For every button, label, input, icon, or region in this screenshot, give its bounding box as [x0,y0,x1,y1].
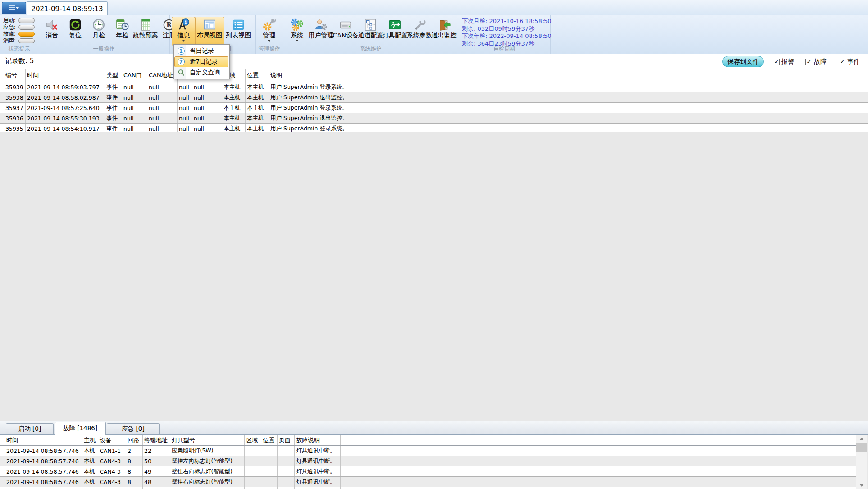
menu-item-today-records[interactable]: 1 当日记录 [174,46,228,56]
column-header[interactable]: 回路 [126,435,143,445]
column-header[interactable]: 灯具型号 [170,435,245,445]
save-to-file-button[interactable]: 保存到文件 [722,56,764,67]
system-gears-icon [290,18,304,32]
lamp-config-button[interactable]: 灯具配置 [383,17,407,46]
column-header[interactable]: 区域 [245,435,261,445]
next-monthly-check: 下次月检: 2021-10-16 18:58:50 [462,18,552,25]
info-dropdown-menu: 1 当日记录 7 近7日记录 自定义查询 [173,44,230,79]
records-bar: 记录数: 5 保存到文件 ✔ 报警 ✔ 故障 ✔ 事件 [0,54,868,69]
event-filter-checkbox[interactable]: ✔ 事件 [839,58,860,66]
scrollbar-thumb[interactable] [856,443,867,452]
record-count-label: 记录数: 5 [5,57,34,65]
event-table: 编号 时间 类型 CAN口 CAN地址 区域 位置 说明 35939 2021-… [0,69,868,132]
table-row[interactable]: 2021-09-14 08:58:57.746 本机 CAN4-3 8 50 壁… [0,456,856,466]
app-window: 2021-09-14 08:59:13 启动: 应急: 故障: 消声: 状态提示 [0,0,868,489]
next-annual-check: 下次年检: 2022-09-14 08:58:50 [462,32,552,40]
table-row[interactable]: 35939 2021-09-14 08:59:03.797 事件 null nu… [0,82,868,92]
app-menu-button[interactable] [2,2,26,14]
menu-item-last7days-records[interactable]: 7 近7日记录 [174,56,228,67]
ribbon-group-general: 消音 复位 [38,15,170,54]
user-management-icon [314,18,328,32]
evacuation-plan-button[interactable]: 疏散预案 [134,17,157,46]
column-header[interactable]: 主机 [82,435,98,445]
annual-check-button[interactable]: 年检 [110,17,134,46]
circle-1-icon: 1 [175,47,187,55]
table-row[interactable]: 35936 2021-09-14 08:55:30.193 事件 null nu… [0,113,868,124]
fault-indicator-pill [18,32,35,37]
layout-view-icon [202,18,217,32]
system-button[interactable]: 系统 [285,17,309,46]
vertical-scrollbar[interactable] [856,435,867,489]
tab-fault[interactable]: 故障 [1486] [55,422,106,435]
group-label-general: 一般操作 [38,45,169,53]
title-tab[interactable]: 2021-09-14 08:59:13 [27,1,108,16]
group-label-manage: 管理操作 [256,45,283,53]
user-management-button[interactable]: 用户管理 [309,17,333,46]
caret-down-icon [295,40,299,42]
tab-start[interactable]: 启动 [0] [6,423,54,434]
group-label-maintain: 系统维护 [283,45,458,53]
ribbon-group-selfcheck: 下次月检: 2021-10-16 18:58:50 剩余: 032日09时59分… [458,15,551,54]
search-icon [175,69,187,76]
column-header[interactable]: 类型 [105,69,122,82]
hamburger-caret-icon [9,5,19,12]
svg-text:i: i [185,19,187,25]
column-header[interactable]: 时间 [26,69,105,82]
checkbox-checked-icon: ✔ [839,59,845,65]
can-device-button[interactable]: CAN设备 [333,17,358,46]
mute-button[interactable]: 消音 [40,17,64,46]
ribbon-group-manage: 管理 管理操作 [256,15,283,54]
chevron-up-icon [859,438,864,440]
column-header[interactable]: 时间 [5,435,82,445]
status-row-mute: 消声: [3,37,35,44]
table-row[interactable]: 35937 2021-09-14 08:57:25.640 事件 null nu… [0,103,868,113]
column-header[interactable]: 故障说明 [295,435,341,445]
evacuation-plan-icon [138,18,153,32]
clock-icon [91,18,106,32]
system-params-button[interactable]: 系统参数 [407,17,432,46]
table-row[interactable]: 2021-09-14 08:58:57.746 本机 CAN1-1 2 22 应… [0,446,856,456]
exit-monitor-button[interactable]: 退出监控 [432,17,456,46]
fault-table-header: 时间 主机 设备 回路 终端地址 灯具型号 区域 位置 页面 故障说明 [0,435,856,446]
channel-config-button[interactable]: 通道配置 [358,17,383,46]
column-header[interactable]: 页面 [278,435,295,445]
list-view-icon [231,18,246,32]
layout-view-button[interactable]: 布局视图 [195,17,224,46]
menu-item-custom-query[interactable]: 自定义查询 [174,67,228,78]
group-label-status: 状态提示 [0,45,38,53]
caret-down-icon [182,40,185,42]
workspace-background [0,132,868,421]
bottom-tab-bar: 启动 [0] 故障 [1486] 应急 [0] [0,421,868,435]
table-row[interactable]: 35938 2021-09-14 08:58:02.987 事件 null nu… [0,92,868,103]
column-header[interactable]: 位置 [261,435,278,445]
event-table-header: 编号 时间 类型 CAN口 CAN地址 区域 位置 说明 [0,69,868,82]
table-row[interactable]: 2021-09-14 08:58:57.746 本机 CAN4-3 8 47 吊… [0,487,856,489]
column-header[interactable]: 编号 [4,69,26,82]
table-row[interactable]: 2021-09-14 08:58:57.746 本机 CAN4-3 8 49 壁… [0,466,856,477]
scroll-down-button[interactable] [856,481,867,489]
column-header[interactable]: CAN口 [122,69,147,82]
scroll-up-button[interactable] [856,435,867,443]
reset-icon [68,18,82,32]
column-header[interactable]: 位置 [246,69,269,82]
manage-gear-icon [262,18,276,32]
can-device-icon [338,18,353,32]
fault-filter-checkbox[interactable]: ✔ 故障 [805,58,827,66]
mute-indicator-pill [18,38,35,43]
manage-button[interactable]: 管理 [257,17,281,46]
tab-emergency[interactable]: 应急 [0] [107,423,160,434]
info-button[interactable]: i 信息 [172,17,195,46]
monthly-check-button[interactable]: 月检 [87,17,110,46]
ribbon-spacer [551,15,868,54]
reset-button[interactable]: 复位 [64,17,87,46]
emergency-indicator-pill [18,25,35,30]
wrench-icon [412,18,427,32]
checkbox-checked-icon: ✔ [773,59,780,65]
fault-table: 时间 主机 设备 回路 终端地址 灯具型号 区域 位置 页面 故障说明 2021… [0,435,856,489]
alarm-filter-checkbox[interactable]: ✔ 报警 [773,58,794,66]
column-header[interactable]: 说明 [269,69,357,82]
list-view-button[interactable]: 列表视图 [224,17,253,46]
column-header[interactable]: 终端地址 [143,435,170,445]
table-row[interactable]: 2021-09-14 08:58:57.746 本机 CAN4-3 8 48 壁… [0,477,856,487]
column-header[interactable]: 设备 [98,435,126,445]
